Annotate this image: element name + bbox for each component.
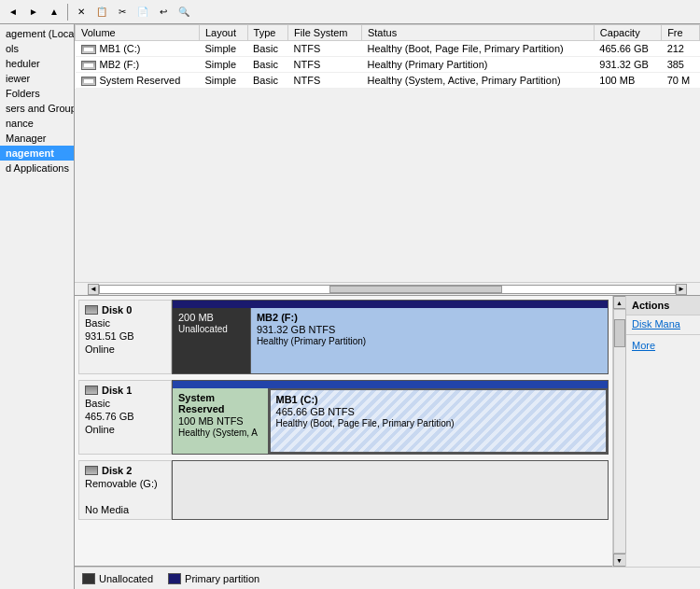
disk-1-size: 465.76 GB [85, 411, 165, 422]
cell-type: Basic [247, 73, 288, 89]
sidebar-item-folders[interactable]: Folders [0, 86, 74, 101]
volume-table: Volume Layout Type File System Status Ca… [75, 24, 700, 89]
part-size: 100 MB NTFS [178, 415, 262, 427]
actions-link-more[interactable]: More [626, 337, 700, 354]
disk-0-partitions: 200 MB Unallocated MB2 (F:) 931.32 GB NT… [172, 300, 609, 374]
actions-separator [626, 334, 700, 335]
sidebar-item-scheduler[interactable]: heduler [0, 56, 74, 71]
toolbar-btn-paste[interactable]: 📄 [133, 3, 152, 21]
disk-0-parts-row: 200 MB Unallocated MB2 (F:) 931.32 GB NT… [173, 308, 608, 373]
cell-status: Healthy (Primary Partition) [361, 57, 594, 73]
sidebar-item-tools[interactable]: ols [0, 41, 74, 56]
volume-icon [81, 77, 96, 86]
disk-row-0: Disk 0 Basic 931.51 GB Online 200 MB Una… [78, 300, 609, 374]
disk-1-icon [85, 386, 98, 395]
sidebar-item-maintenance[interactable]: nance [0, 116, 74, 131]
toolbar-btn-up[interactable]: ▲ [45, 3, 63, 21]
table-area: Volume Layout Type File System Status Ca… [75, 24, 700, 296]
disk-scroll-down-btn[interactable]: ▼ [613, 554, 626, 567]
disk-0-name: Disk 0 [85, 304, 165, 316]
disk-1-sysreserved[interactable]: System Reserved 100 MB NTFS Healthy (Sys… [173, 388, 269, 454]
cell-type: Basic [247, 57, 288, 73]
disk-label-0: Disk 0 Basic 931.51 GB Online [78, 300, 172, 374]
legend-label-primary: Primary partition [185, 573, 259, 584]
volume-icon [81, 61, 96, 70]
part-name: System Reserved [178, 392, 262, 414]
legend-unallocated: Unallocated [82, 573, 153, 584]
cell-capacity: 465.66 GB [594, 41, 661, 57]
disk-row-1: Disk 1 Basic 465.76 GB Online System Res… [78, 380, 609, 455]
part-name: MB2 (F:) [257, 312, 602, 323]
sidebar: agement (Local ols heduler iewer Folders… [0, 24, 75, 589]
disk-row-2: Disk 2 Removable (G:) No Media [78, 460, 609, 520]
col-volume[interactable]: Volume [76, 25, 200, 41]
actions-link-diskmana[interactable]: Disk Mana [626, 316, 700, 332]
cell-free: 70 M [662, 73, 700, 89]
scrollbar-track[interactable] [99, 285, 676, 294]
cell-capacity: 100 MB [594, 73, 661, 89]
disk-0-unallocated[interactable]: 200 MB Unallocated [173, 308, 251, 373]
col-status[interactable]: Status [361, 25, 594, 41]
scroll-left-btn[interactable]: ◄ [88, 284, 99, 295]
col-filesystem[interactable]: File System [288, 25, 362, 41]
disk-1-partitions: System Reserved 100 MB NTFS Healthy (Sys… [172, 380, 609, 455]
toolbar-btn-stop[interactable]: ✕ [72, 3, 91, 21]
col-type[interactable]: Type [247, 25, 288, 41]
table-scrollbar: ◄ ► [75, 282, 700, 295]
sidebar-item-management-local[interactable]: agement (Local [0, 26, 74, 41]
sidebar-item-users-groups[interactable]: sers and Groups [0, 101, 74, 116]
part-size: 931.32 GB NTFS [257, 324, 602, 335]
disk-label-2: Disk 2 Removable (G:) No Media [78, 460, 172, 520]
disk-1-mb1[interactable]: MB1 (C:) 465.66 GB NTFS Healthy (Boot, P… [269, 388, 608, 454]
legend-swatch-unallocated [82, 573, 95, 584]
disk-2-type: Removable (G:) [85, 478, 165, 489]
disk-1-parts-row: System Reserved 100 MB NTFS Healthy (Sys… [173, 388, 608, 454]
disk-0-topbar [173, 301, 608, 308]
toolbar-btn-undo[interactable]: ↩ [154, 3, 173, 21]
col-capacity[interactable]: Capacity [594, 25, 661, 41]
legend-label-unallocated: Unallocated [99, 573, 153, 584]
disk-0-mb2[interactable]: MB2 (F:) 931.32 GB NTFS Healthy (Primary… [251, 308, 608, 373]
toolbar-btn-search[interactable]: 🔍 [175, 3, 193, 21]
toolbar-btn-fwd[interactable]: ► [24, 3, 43, 21]
legend-swatch-primary [168, 573, 181, 584]
disk-scrollbar: ▲ ▼ [612, 296, 625, 567]
disk-1-status: Online [85, 424, 165, 435]
disk-area: Disk 0 Basic 931.51 GB Online 200 MB Una… [75, 296, 612, 567]
disk-1-type: Basic [85, 398, 165, 409]
toolbar: ◄ ► ▲ ✕ 📋 ✂ 📄 ↩ 🔍 [0, 0, 700, 24]
table-row[interactable]: MB2 (F:) Simple Basic NTFS Healthy (Prim… [76, 57, 700, 73]
part-status: Healthy (System, A [178, 428, 262, 438]
cell-volume: MB2 (F:) [76, 57, 200, 73]
part-detail: Unallocated [178, 324, 245, 334]
cell-capacity: 931.32 GB [594, 57, 661, 73]
part-name: MB1 (C:) [276, 394, 600, 405]
toolbar-btn-cut[interactable]: ✂ [113, 3, 132, 21]
sidebar-item-management[interactable]: nagement [0, 146, 74, 161]
disk-0-size: 931.51 GB [85, 330, 165, 342]
col-layout[interactable]: Layout [200, 25, 248, 41]
cell-volume: MB1 (C:) [76, 41, 200, 57]
cell-fs: NTFS [288, 73, 362, 89]
disk-0-type: Basic [85, 317, 165, 329]
toolbar-btn-copy[interactable]: 📋 [92, 3, 111, 21]
main-layout: agement (Local ols heduler iewer Folders… [0, 24, 700, 589]
cell-free: 212 [662, 41, 700, 57]
part-status: Healthy (Boot, Page File, Primary Partit… [276, 418, 600, 428]
table-container[interactable]: Volume Layout Type File System Status Ca… [75, 24, 700, 282]
part-status: Healthy (Primary Partition) [257, 336, 602, 346]
cell-type: Basic [247, 41, 288, 57]
toolbar-btn-back[interactable]: ◄ [4, 3, 22, 21]
sidebar-item-manager[interactable]: Manager [0, 131, 74, 146]
col-free[interactable]: Fre [662, 25, 700, 41]
legend: Unallocated Primary partition [75, 567, 700, 589]
table-row[interactable]: System Reserved Simple Basic NTFS Health… [76, 73, 700, 89]
scroll-right-btn[interactable]: ► [676, 284, 687, 295]
table-row[interactable]: MB1 (C:) Simple Basic NTFS Healthy (Boot… [76, 41, 700, 57]
sidebar-item-applications[interactable]: d Applications [0, 161, 74, 175]
disk-scroll-up-btn[interactable]: ▲ [613, 296, 626, 309]
disk-scroll-track[interactable] [613, 309, 626, 554]
sidebar-item-viewer[interactable]: iewer [0, 71, 74, 86]
disk-0-icon [85, 305, 98, 315]
cell-layout: Simple [200, 73, 248, 89]
